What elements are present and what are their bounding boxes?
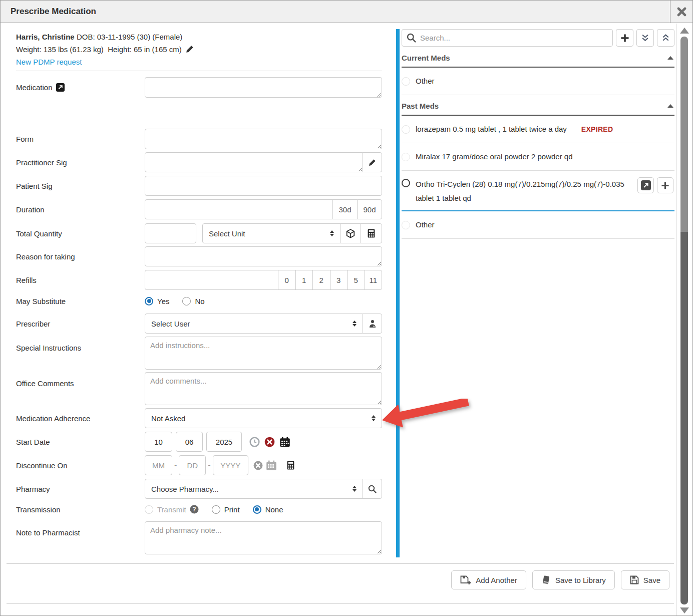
- refill-1-button[interactable]: 1: [295, 270, 313, 290]
- office-comments-input[interactable]: [145, 372, 382, 405]
- refill-3-button[interactable]: 3: [330, 270, 348, 290]
- edit-vitals-pencil-icon[interactable]: [186, 45, 194, 53]
- pdmp-request-link[interactable]: New PDMP request: [16, 58, 82, 66]
- pharmacist-note-input[interactable]: [145, 521, 382, 554]
- open-med-detail-button[interactable]: [637, 177, 654, 193]
- scrollbar[interactable]: [676, 24, 692, 616]
- patient-info: Harris, Christine DOB: 03-11-1995 (30) (…: [16, 31, 194, 68]
- med-radio[interactable]: [402, 221, 410, 229]
- package-lookup-button[interactable]: [340, 223, 361, 243]
- expand-all-button[interactable]: [657, 29, 674, 47]
- calendar-icon[interactable]: [279, 437, 290, 447]
- med-radio[interactable]: [402, 125, 410, 134]
- past-med-ortho-item[interactable]: Ortho Tri-Cyclen (28) 0.18 mg(7)/0.215mg…: [402, 171, 674, 211]
- start-date-year-input[interactable]: [206, 432, 242, 452]
- meds-history-panel: Current Meds Other Past Meds lorazepam 0…: [402, 29, 674, 239]
- collapse-all-button[interactable]: [636, 29, 654, 47]
- refill-2-button[interactable]: 2: [312, 270, 330, 290]
- meds-search-input[interactable]: [402, 29, 613, 47]
- discontinue-day-input[interactable]: [179, 455, 206, 475]
- save-button[interactable]: Save: [621, 570, 669, 589]
- patient-sig-row: Patient Sig: [16, 176, 382, 196]
- medication-input[interactable]: [145, 77, 382, 98]
- print-radio[interactable]: [212, 505, 220, 514]
- form-row: Form: [16, 129, 382, 149]
- practitioner-sig-input[interactable]: [145, 152, 363, 172]
- quantity-calculator-button[interactable]: [361, 223, 382, 243]
- practitioner-sig-row: Practitioner Sig: [16, 152, 382, 172]
- discontinue-year-input[interactable]: [213, 455, 248, 475]
- pharmacist-note-row: Note to Pharmacist: [16, 521, 382, 554]
- substitute-yes-radio[interactable]: [145, 297, 153, 305]
- transmit-help-icon[interactable]: ?: [190, 505, 199, 514]
- close-button[interactable]: [670, 1, 692, 23]
- practitioner-sig-label: Practitioner Sig: [16, 152, 145, 172]
- scrollbar-thumb-outer[interactable]: [680, 232, 688, 604]
- start-date-day-input[interactable]: [176, 432, 203, 452]
- substitute-no-radio[interactable]: [182, 297, 191, 305]
- duration-90d-button[interactable]: 90d: [357, 199, 382, 219]
- start-date-month-input[interactable]: [145, 432, 172, 452]
- total-quantity-input[interactable]: [145, 223, 196, 243]
- none-radio[interactable]: [253, 505, 261, 514]
- pharmacy-search-button[interactable]: [363, 479, 382, 499]
- med-radio[interactable]: [402, 153, 410, 161]
- collapse-caret-icon[interactable]: [667, 104, 673, 108]
- scrollbar-down-arrow-icon[interactable]: [680, 607, 689, 613]
- prescribe-medication-dialog: Prescribe Medication Harris, Christine D…: [0, 0, 693, 616]
- patient-name: Harris, Christine: [16, 33, 75, 41]
- patient-name-line: Harris, Christine DOB: 03-11-1995 (30) (…: [16, 31, 194, 43]
- reason-row: Reason for taking: [16, 246, 382, 266]
- clear-date-icon[interactable]: [264, 437, 275, 447]
- transmit-radio[interactable]: [145, 505, 153, 514]
- discontinue-month-input[interactable]: [145, 455, 172, 475]
- add-med-to-rx-button[interactable]: [657, 177, 673, 193]
- duration-calculator-icon[interactable]: [287, 461, 294, 470]
- refill-5-button[interactable]: 5: [347, 270, 365, 290]
- save-plus-icon: [460, 575, 471, 585]
- refill-0-button[interactable]: 0: [278, 270, 296, 290]
- patient-sig-label: Patient Sig: [16, 176, 145, 196]
- special-instructions-input[interactable]: [145, 337, 382, 370]
- clock-icon[interactable]: [249, 437, 260, 447]
- calendar-disabled-icon[interactable]: [266, 460, 277, 471]
- add-another-button[interactable]: Add Another: [451, 570, 526, 589]
- past-med-miralax-item[interactable]: Miralax 17 gram/dose oral powder 2 powde…: [402, 143, 674, 171]
- discontinue-label: Discontinue On: [16, 455, 145, 475]
- duration-input[interactable]: [145, 199, 333, 219]
- collapse-caret-icon[interactable]: [667, 56, 673, 60]
- scrollbar-thumb-inner[interactable]: [680, 37, 688, 232]
- prescriber-select[interactable]: Select User: [145, 314, 363, 334]
- past-meds-header[interactable]: Past Meds: [402, 95, 674, 116]
- duration-30d-button[interactable]: 30d: [332, 199, 358, 219]
- past-med-other-item[interactable]: Other: [402, 211, 674, 239]
- med-radio[interactable]: [402, 77, 410, 86]
- plus-icon: [620, 34, 629, 43]
- med-radio-selected[interactable]: [402, 179, 410, 187]
- refills-input[interactable]: [145, 270, 278, 290]
- prescriber-user-button[interactable]: [363, 314, 382, 334]
- plus-icon: [661, 181, 669, 190]
- medication-label: Medication: [16, 77, 145, 98]
- external-link-icon[interactable]: [56, 83, 65, 92]
- patient-sig-input[interactable]: [145, 176, 382, 196]
- prescriber-label: Prescriber: [16, 314, 145, 334]
- double-chevron-up-icon: [661, 34, 670, 42]
- practitioner-sig-edit-button[interactable]: [363, 152, 382, 172]
- reason-input[interactable]: [145, 246, 382, 266]
- medication-adherence-row: Medication Adherence Not Asked: [16, 408, 382, 428]
- current-med-other-item[interactable]: Other: [402, 68, 674, 95]
- medication-adherence-select[interactable]: Not Asked: [145, 408, 382, 428]
- clear-discontinue-icon[interactable]: [253, 461, 263, 470]
- scrollbar-up-arrow-icon[interactable]: [680, 28, 689, 34]
- current-meds-header[interactable]: Current Meds: [402, 47, 674, 68]
- refill-11-button[interactable]: 11: [365, 270, 383, 290]
- unit-select[interactable]: Select Unit: [202, 223, 340, 243]
- form-input[interactable]: [145, 129, 382, 149]
- close-icon: [677, 7, 686, 17]
- pharmacy-select[interactable]: Choose Pharmacy...: [145, 479, 363, 499]
- add-med-button[interactable]: [616, 29, 633, 47]
- past-med-lorazepam-item[interactable]: lorazepam 0.5 mg tablet , 1 tablet twice…: [402, 116, 674, 143]
- select-caret-icon: [353, 486, 357, 492]
- save-to-library-button[interactable]: Save to Library: [532, 570, 615, 589]
